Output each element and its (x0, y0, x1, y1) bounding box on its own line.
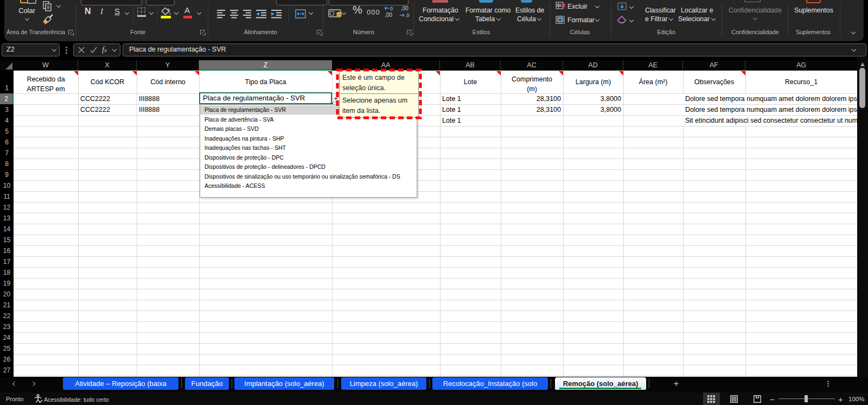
svg-text:,00: ,00 (385, 12, 392, 18)
svg-text:,0: ,0 (405, 12, 410, 18)
svg-text:,00: ,00 (401, 5, 409, 11)
svg-text:0: 0 (390, 6, 393, 11)
